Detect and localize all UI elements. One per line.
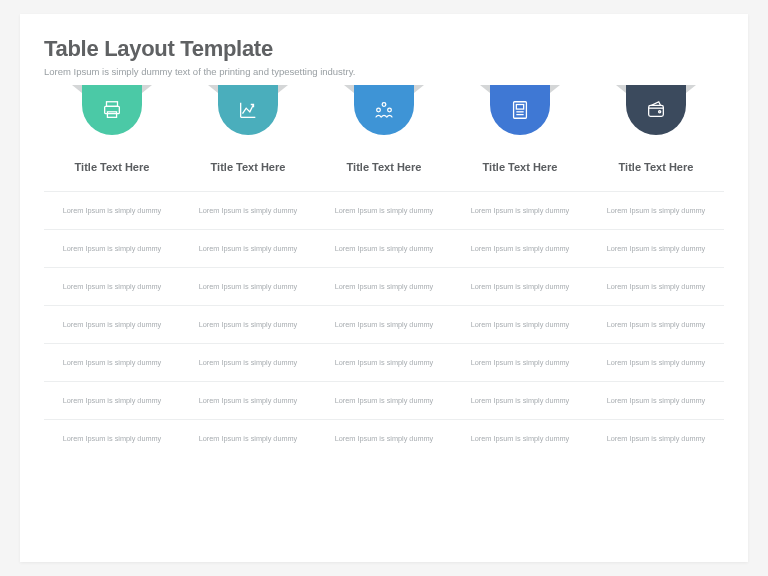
table-column: Title Text HereLorem Ipsum is simply dum…	[588, 85, 724, 457]
svg-point-11	[659, 111, 661, 113]
column-tab-badge	[626, 85, 686, 135]
table-cell: Lorem Ipsum is simply dummy	[180, 419, 316, 457]
table: Title Text HereLorem Ipsum is simply dum…	[44, 85, 724, 457]
table-cell: Lorem Ipsum is simply dummy	[44, 419, 180, 457]
table-cell: Lorem Ipsum is simply dummy	[180, 305, 316, 343]
book-icon	[509, 99, 531, 121]
column-title: Title Text Here	[452, 143, 588, 191]
svg-point-3	[382, 103, 386, 107]
column-title: Title Text Here	[180, 143, 316, 191]
column-tab	[588, 85, 724, 143]
table-column: Title Text HereLorem Ipsum is simply dum…	[452, 85, 588, 457]
wallet-icon	[645, 99, 667, 121]
column-tab-badge	[354, 85, 414, 135]
table-cell: Lorem Ipsum is simply dummy	[588, 229, 724, 267]
table-cell: Lorem Ipsum is simply dummy	[44, 267, 180, 305]
column-tab	[180, 85, 316, 143]
table-cell: Lorem Ipsum is simply dummy	[452, 343, 588, 381]
table-cell: Lorem Ipsum is simply dummy	[588, 419, 724, 457]
table-column: Title Text HereLorem Ipsum is simply dum…	[180, 85, 316, 457]
column-tab-badge	[218, 85, 278, 135]
table-cell: Lorem Ipsum is simply dummy	[44, 343, 180, 381]
table-cell: Lorem Ipsum is simply dummy	[452, 267, 588, 305]
table-cell: Lorem Ipsum is simply dummy	[588, 305, 724, 343]
slide: Table Layout Template Lorem Ipsum is sim…	[20, 14, 748, 562]
table-cell: Lorem Ipsum is simply dummy	[316, 191, 452, 229]
svg-rect-7	[516, 105, 523, 110]
table-cell: Lorem Ipsum is simply dummy	[180, 381, 316, 419]
table-cell: Lorem Ipsum is simply dummy	[180, 229, 316, 267]
column-title: Title Text Here	[316, 143, 452, 191]
people-icon	[373, 99, 395, 121]
column-tab-badge	[82, 85, 142, 135]
table-cell: Lorem Ipsum is simply dummy	[316, 305, 452, 343]
table-cell: Lorem Ipsum is simply dummy	[452, 229, 588, 267]
table-cell: Lorem Ipsum is simply dummy	[588, 343, 724, 381]
table-cell: Lorem Ipsum is simply dummy	[452, 381, 588, 419]
column-title: Title Text Here	[588, 143, 724, 191]
column-tab	[452, 85, 588, 143]
table-cell: Lorem Ipsum is simply dummy	[588, 381, 724, 419]
table-cell: Lorem Ipsum is simply dummy	[44, 305, 180, 343]
svg-point-5	[388, 108, 392, 112]
table-column: Title Text HereLorem Ipsum is simply dum…	[44, 85, 180, 457]
table-cell: Lorem Ipsum is simply dummy	[180, 191, 316, 229]
table-cell: Lorem Ipsum is simply dummy	[316, 419, 452, 457]
column-tab	[44, 85, 180, 143]
table-cell: Lorem Ipsum is simply dummy	[44, 191, 180, 229]
svg-rect-2	[107, 112, 116, 118]
page-subtitle: Lorem Ipsum is simply dummy text of the …	[44, 66, 724, 77]
table-cell: Lorem Ipsum is simply dummy	[44, 229, 180, 267]
chart-icon	[237, 99, 259, 121]
table-cell: Lorem Ipsum is simply dummy	[452, 191, 588, 229]
printer-icon	[101, 99, 123, 121]
table-cell: Lorem Ipsum is simply dummy	[588, 267, 724, 305]
page-title: Table Layout Template	[44, 36, 724, 62]
table-cell: Lorem Ipsum is simply dummy	[316, 267, 452, 305]
table-cell: Lorem Ipsum is simply dummy	[316, 343, 452, 381]
table-cell: Lorem Ipsum is simply dummy	[316, 381, 452, 419]
column-tab-badge	[490, 85, 550, 135]
column-tab	[316, 85, 452, 143]
svg-point-4	[377, 108, 381, 112]
table-cell: Lorem Ipsum is simply dummy	[452, 419, 588, 457]
column-title: Title Text Here	[44, 143, 180, 191]
table-cell: Lorem Ipsum is simply dummy	[180, 267, 316, 305]
svg-rect-0	[107, 102, 118, 107]
table-cell: Lorem Ipsum is simply dummy	[452, 305, 588, 343]
table-cell: Lorem Ipsum is simply dummy	[588, 191, 724, 229]
table-cell: Lorem Ipsum is simply dummy	[180, 343, 316, 381]
table-cell: Lorem Ipsum is simply dummy	[44, 381, 180, 419]
table-column: Title Text HereLorem Ipsum is simply dum…	[316, 85, 452, 457]
table-cell: Lorem Ipsum is simply dummy	[316, 229, 452, 267]
